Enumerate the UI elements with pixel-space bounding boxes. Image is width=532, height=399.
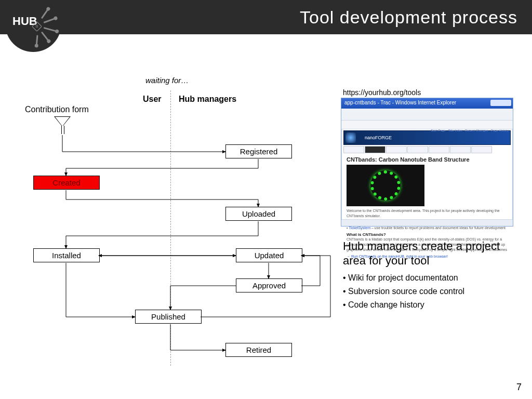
slide-title: Tool development process	[300, 7, 517, 28]
column-user-label: User	[143, 95, 162, 104]
state-updated: Updated	[236, 248, 302, 262]
diagram-stage: waiting for… User Hub managers Contribut…	[0, 34, 532, 399]
waiting-for-label: waiting for…	[145, 76, 189, 85]
state-installed: Installed	[33, 248, 100, 262]
state-retired: Retired	[225, 343, 292, 357]
state-registered: Registered	[225, 144, 292, 158]
column-managers-label: Hub managers	[179, 95, 236, 104]
screenshot-thumbnail	[347, 165, 424, 206]
funnel-icon	[54, 116, 71, 127]
state-created: Created	[33, 176, 100, 190]
state-approved: Approved	[236, 278, 302, 292]
contribution-form-label: Contribution form	[25, 105, 89, 114]
screenshot-titlebar: app-cntbands - Trac - Windows Internet E…	[341, 98, 513, 109]
bullet-item: Code change history	[343, 298, 464, 312]
bullet-item: Wiki for project documentaton	[343, 271, 464, 285]
screenshot-banner: nanoFORGE	[343, 130, 511, 145]
browser-screenshot: app-cntbands - Trac - Windows Internet E…	[341, 98, 513, 227]
right-heading: Hub managers create a project area for y…	[343, 239, 514, 268]
swimlane-divider	[170, 90, 171, 366]
state-uploaded: Uploaded	[225, 207, 292, 221]
feature-bullets: Wiki for project documentaton Subversion…	[343, 271, 464, 312]
bullet-item: Subversion source code control	[343, 285, 464, 298]
header-bar: Tool development process	[0, 0, 532, 34]
state-published: Published	[135, 310, 202, 324]
hub-url: https://yourhub.org/tools	[343, 88, 421, 97]
screenshot-page-title: CNTbands: Carbon Nanotube Band Structure	[347, 156, 508, 163]
page-number: 7	[516, 382, 522, 393]
